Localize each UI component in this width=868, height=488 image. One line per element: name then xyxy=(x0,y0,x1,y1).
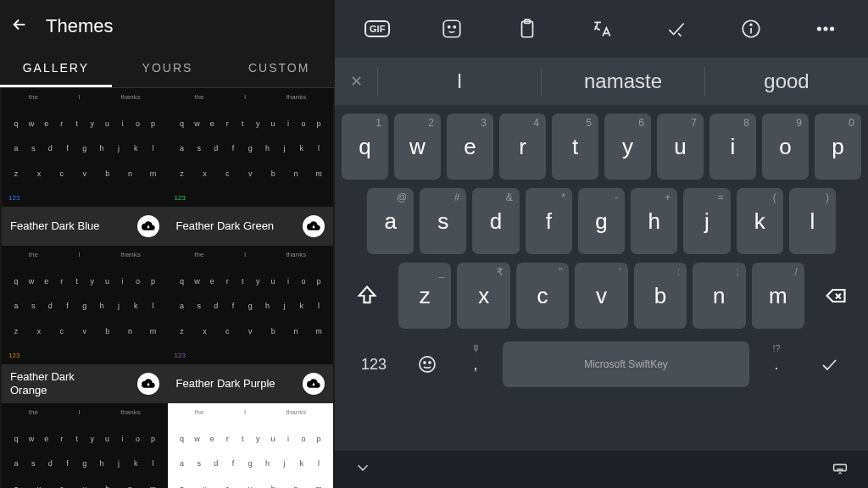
key-h[interactable]: +h xyxy=(631,188,677,254)
svg-point-10 xyxy=(831,27,833,30)
theme-name: Feather Dark Orange xyxy=(10,370,112,396)
close-suggestions-icon[interactable]: ✕ xyxy=(335,72,377,91)
key-w[interactable]: 2w xyxy=(394,114,441,180)
theme-name: Feather Dark Blue xyxy=(10,219,100,233)
keyboard-panel: GIF ✕ I namaste good 1q2w3e4r5t6y7u8i9o0… xyxy=(335,0,868,488)
keyboard-toolbar: GIF xyxy=(335,0,868,58)
suggestion-2[interactable]: namaste xyxy=(542,69,704,93)
task-button[interactable] xyxy=(664,16,689,42)
key-a[interactable]: @a xyxy=(367,188,414,254)
key-l[interactable]: )l xyxy=(789,188,836,254)
key-v[interactable]: 'v xyxy=(575,263,627,329)
backspace-key[interactable] xyxy=(810,263,861,329)
theme-name: Feather Dark Green xyxy=(176,219,275,233)
svg-point-8 xyxy=(818,27,821,30)
svg-rect-0 xyxy=(444,20,461,37)
more-button[interactable] xyxy=(813,16,838,42)
key-s[interactable]: #s xyxy=(420,188,466,254)
tab-yours[interactable]: YOURS xyxy=(112,49,224,87)
themes-panel: Themes GALLERY YOURS CUSTOM theIthanksqw… xyxy=(0,0,335,488)
numeric-key[interactable]: 123 xyxy=(348,341,399,387)
key-e[interactable]: 3e xyxy=(447,114,493,180)
svg-point-7 xyxy=(750,24,752,25)
back-button[interactable] xyxy=(10,15,29,37)
svg-point-9 xyxy=(824,27,826,30)
svg-point-12 xyxy=(424,362,426,363)
key-d[interactable]: &d xyxy=(472,188,519,254)
shift-key[interactable] xyxy=(342,263,392,329)
page-title: Themes xyxy=(46,15,113,37)
key-c[interactable]: "c xyxy=(516,263,569,329)
theme-card[interactable]: theIthanksqwertyuiopasdfghjklzxcvbnm123F… xyxy=(168,88,334,246)
keyboard-mode-icon[interactable] xyxy=(831,458,849,480)
keyboard-bottom-row: 123 🎙, Microsoft SwiftKey !?. xyxy=(342,337,861,395)
svg-point-1 xyxy=(448,26,450,28)
collapse-keyboard-icon[interactable] xyxy=(353,458,372,480)
download-button[interactable] xyxy=(303,215,325,237)
theme-card[interactable]: theIthanksqwertyuiopasdfghjklzxcvbnm123F… xyxy=(168,246,334,403)
theme-card[interactable]: theIthanksqwertyuiopasdfghjklzxcvbnm123 xyxy=(2,403,168,488)
svg-point-13 xyxy=(429,362,431,363)
key-r[interactable]: 4r xyxy=(499,114,546,180)
suggestion-bar: ✕ I namaste good xyxy=(335,58,868,105)
translate-button[interactable] xyxy=(589,16,615,42)
download-button[interactable] xyxy=(137,373,159,395)
theme-name: Feather Dark Purple xyxy=(176,377,275,391)
svg-point-11 xyxy=(420,357,435,372)
key-y[interactable]: 6y xyxy=(604,114,651,180)
gif-button[interactable]: GIF xyxy=(364,20,390,37)
svg-point-2 xyxy=(454,26,456,28)
key-n[interactable]: ;n xyxy=(693,263,745,329)
key-o[interactable]: 9o xyxy=(762,114,809,180)
download-button[interactable] xyxy=(303,373,325,395)
download-button[interactable] xyxy=(137,215,159,237)
theme-card[interactable]: theIthanksqwertyuiopasdfghjklzxcvbnm123 xyxy=(168,403,334,488)
period-key[interactable]: !?. xyxy=(756,341,797,387)
key-x[interactable]: ₹x xyxy=(457,263,509,329)
info-button[interactable] xyxy=(738,16,764,42)
key-k[interactable]: (k xyxy=(737,188,783,254)
tab-gallery[interactable]: GALLERY xyxy=(0,49,112,87)
keyboard: 1q2w3e4r5t6y7u8i9o0p @a#s&d*f-g+h=j(k)l … xyxy=(335,105,868,451)
key-j[interactable]: =j xyxy=(683,188,730,254)
theme-grid: theIthanksqwertyuiopasdfghjklzxcvbnm123F… xyxy=(0,88,335,488)
key-g[interactable]: -g xyxy=(578,188,625,254)
space-key[interactable]: Microsoft SwiftKey xyxy=(503,341,749,387)
clipboard-button[interactable] xyxy=(515,16,540,42)
key-q[interactable]: 1q xyxy=(342,114,388,180)
emoji-key[interactable] xyxy=(406,341,448,387)
theme-tabs: GALLERY YOURS CUSTOM xyxy=(0,49,335,88)
mic-icon: 🎙 xyxy=(471,343,481,353)
nav-footer xyxy=(335,451,868,488)
key-z[interactable]: _z xyxy=(398,263,451,329)
key-t[interactable]: 5t xyxy=(552,114,598,180)
key-p[interactable]: 0p xyxy=(815,114,861,180)
key-m[interactable]: /m xyxy=(752,263,804,329)
enter-key[interactable] xyxy=(804,341,854,387)
key-b[interactable]: :b xyxy=(634,263,687,329)
sticker-button[interactable] xyxy=(439,16,465,42)
key-f[interactable]: *f xyxy=(526,188,572,254)
tab-custom[interactable]: CUSTOM xyxy=(223,49,335,87)
theme-card[interactable]: theIthanksqwertyuiopasdfghjklzxcvbnm123F… xyxy=(2,246,168,403)
suggestion-3[interactable]: good xyxy=(705,69,868,93)
suggestion-1[interactable]: I xyxy=(378,69,541,93)
theme-card[interactable]: theIthanksqwertyuiopasdfghjklzxcvbnm123F… xyxy=(2,88,168,246)
key-i[interactable]: 8i xyxy=(709,114,756,180)
key-u[interactable]: 7u xyxy=(657,114,704,180)
comma-key[interactable]: 🎙, xyxy=(455,341,496,387)
